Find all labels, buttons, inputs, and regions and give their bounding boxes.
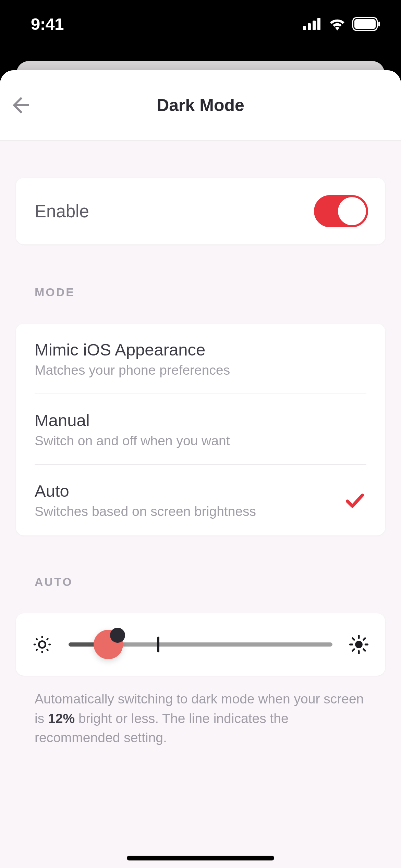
sun-high-icon bbox=[349, 635, 369, 654]
svg-line-15 bbox=[47, 639, 48, 640]
mode-subtitle: Switch on and off when you want bbox=[35, 433, 366, 448]
svg-line-14 bbox=[37, 650, 37, 650]
toggle-knob bbox=[338, 197, 366, 225]
brightness-slider[interactable] bbox=[69, 636, 332, 653]
status-icons bbox=[303, 17, 380, 31]
svg-line-24 bbox=[364, 638, 365, 640]
svg-rect-6 bbox=[378, 22, 380, 26]
svg-rect-3 bbox=[317, 18, 320, 30]
wifi-icon bbox=[328, 17, 346, 31]
slider-thumb[interactable] bbox=[94, 630, 123, 659]
auto-description: Automatically switching to dark mode whe… bbox=[16, 689, 385, 748]
mode-option-mimic[interactable]: Mimic iOS Appearance Matches your phone … bbox=[16, 324, 385, 394]
home-indicator[interactable] bbox=[127, 856, 274, 860]
status-bar: 9:41 bbox=[0, 0, 401, 48]
mode-subtitle: Matches your phone preferences bbox=[35, 363, 366, 378]
settings-sheet: Dark Mode Enable MODE Mimic iOS Appearan… bbox=[0, 70, 401, 868]
mode-option-auto[interactable]: Auto Switches based on screen brightness bbox=[16, 465, 385, 535]
svg-line-12 bbox=[37, 639, 37, 640]
mode-title: Mimic iOS Appearance bbox=[35, 340, 366, 359]
enable-label: Enable bbox=[35, 201, 89, 221]
mode-title: Manual bbox=[35, 411, 366, 430]
sun-low-icon bbox=[32, 635, 52, 654]
svg-line-23 bbox=[353, 649, 354, 651]
svg-rect-5 bbox=[354, 19, 376, 29]
sheet-header: Dark Mode bbox=[0, 70, 401, 141]
svg-point-16 bbox=[355, 641, 363, 648]
svg-line-13 bbox=[47, 650, 48, 650]
svg-line-22 bbox=[364, 649, 365, 651]
enable-toggle[interactable] bbox=[314, 195, 368, 227]
mode-list: Mimic iOS Appearance Matches your phone … bbox=[16, 324, 385, 535]
mode-title: Auto bbox=[35, 481, 342, 501]
cellular-icon bbox=[303, 18, 322, 30]
status-time: 9:41 bbox=[31, 14, 64, 34]
svg-line-21 bbox=[353, 638, 354, 640]
mode-option-manual[interactable]: Manual Switch on and off when you want bbox=[16, 394, 385, 465]
check-icon bbox=[342, 488, 366, 512]
svg-point-7 bbox=[39, 641, 45, 648]
svg-rect-1 bbox=[308, 23, 311, 30]
battery-icon bbox=[352, 17, 380, 31]
enable-row[interactable]: Enable bbox=[16, 178, 385, 244]
arrow-left-icon bbox=[9, 93, 33, 118]
back-button[interactable] bbox=[5, 90, 36, 121]
mode-section-label: MODE bbox=[35, 286, 385, 299]
mode-subtitle: Switches based on screen brightness bbox=[35, 504, 342, 519]
page-title: Dark Mode bbox=[0, 95, 401, 115]
brightness-slider-card bbox=[16, 613, 385, 676]
auto-section-label: AUTO bbox=[35, 575, 385, 589]
svg-rect-2 bbox=[313, 21, 316, 30]
svg-rect-0 bbox=[303, 26, 306, 30]
auto-desc-bold: 12% bbox=[48, 711, 75, 726]
slider-recommended-mark bbox=[157, 637, 159, 652]
